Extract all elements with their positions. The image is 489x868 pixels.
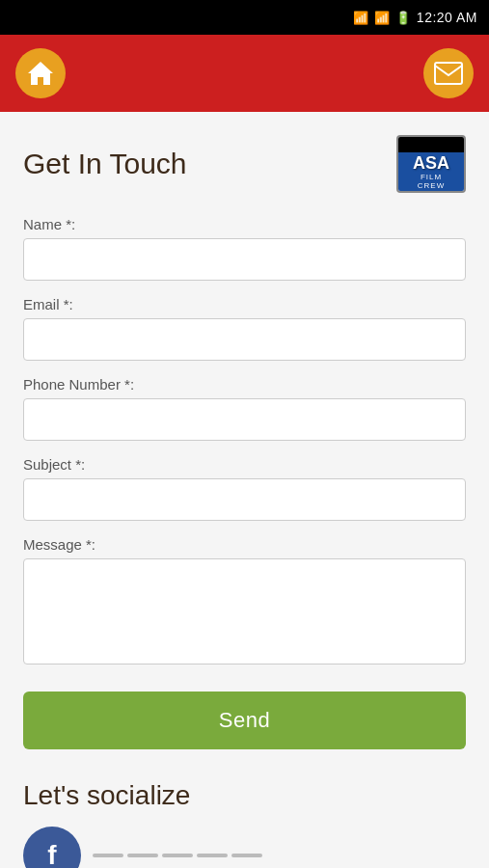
status-time: 12:20 AM xyxy=(417,10,477,25)
dash-segment-4 xyxy=(197,854,228,857)
logo-film-text: FILM xyxy=(421,173,442,181)
wifi-icon: 📶 xyxy=(353,11,368,25)
facebook-f-letter: f xyxy=(47,840,56,868)
status-bar: 📶 📶 🔋 12:20 AM xyxy=(0,0,489,35)
phone-label: Phone Number *: xyxy=(23,376,466,393)
email-input[interactable] xyxy=(23,318,466,361)
clapboard-top xyxy=(398,137,464,152)
email-field-group: Email *: xyxy=(23,296,466,361)
subject-input[interactable] xyxy=(23,478,466,521)
social-icons-row: f xyxy=(23,827,466,868)
socialize-title: Let's socialize xyxy=(23,780,466,811)
name-field-group: Name *: xyxy=(23,216,466,281)
email-label: Email *: xyxy=(23,296,466,312)
phone-field-group: Phone Number *: xyxy=(23,376,466,441)
facebook-icon[interactable]: f xyxy=(23,827,81,868)
page-title: Get In Touch xyxy=(23,148,187,180)
dash-segment-5 xyxy=(231,854,262,857)
status-icons: 📶 📶 🔋 12:20 AM xyxy=(353,10,477,25)
battery-icon: 🔋 xyxy=(395,11,411,25)
main-content: Get In Touch ASA FILM CREW Name *: Email… xyxy=(0,112,489,868)
mail-icon xyxy=(434,62,463,85)
clapboard-body: ASA FILM CREW xyxy=(398,152,464,191)
social-dash-group xyxy=(93,854,262,857)
signal-icon: 📶 xyxy=(374,11,390,25)
dash-segment-1 xyxy=(93,854,123,857)
subject-field-group: Subject *: xyxy=(23,456,466,521)
phone-input[interactable] xyxy=(23,398,466,441)
name-input[interactable] xyxy=(23,238,466,281)
message-textarea[interactable] xyxy=(23,558,466,665)
mail-button[interactable] xyxy=(423,48,474,98)
dash-segment-2 xyxy=(127,854,158,857)
home-button[interactable] xyxy=(15,48,66,98)
asa-logo-badge: ASA FILM CREW xyxy=(396,135,466,193)
send-button[interactable]: Send xyxy=(23,692,466,749)
svg-rect-0 xyxy=(435,63,462,84)
socialize-section: Let's socialize f xyxy=(23,780,466,868)
page-header: Get In Touch ASA FILM CREW xyxy=(23,135,466,193)
home-icon xyxy=(26,60,55,87)
logo-crew-text: CREW xyxy=(418,181,445,190)
name-label: Name *: xyxy=(23,216,466,232)
header xyxy=(0,35,489,112)
logo-asa-text: ASA xyxy=(413,154,449,172)
dash-segment-3 xyxy=(162,854,193,857)
message-label: Message *: xyxy=(23,536,466,553)
subject-label: Subject *: xyxy=(23,456,466,473)
message-field-group: Message *: xyxy=(23,536,466,668)
